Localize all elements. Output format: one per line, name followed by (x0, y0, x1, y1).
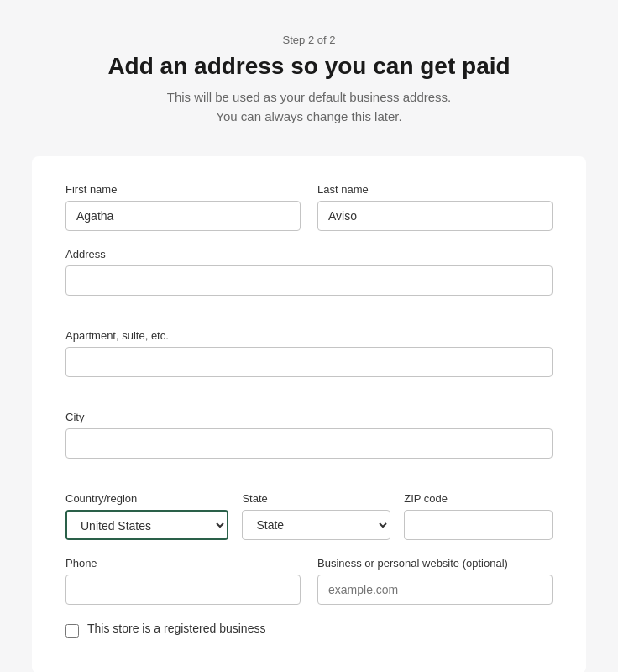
last-name-input[interactable] (317, 201, 553, 231)
zip-label: ZIP code (404, 492, 553, 505)
phone-label: Phone (65, 557, 301, 570)
apartment-input[interactable] (65, 347, 553, 377)
registered-business-checkbox[interactable] (65, 624, 79, 638)
page-subtitle: This will be used as your default busine… (167, 88, 452, 126)
country-select[interactable]: United States Canada United Kingdom Aust… (65, 510, 228, 540)
state-label: State (242, 492, 390, 505)
address-input[interactable] (65, 265, 553, 296)
website-input[interactable] (317, 575, 553, 605)
website-label: Business or personal website (optional) (317, 557, 553, 570)
page-title: Add an address so you can get paid (107, 53, 510, 80)
city-input[interactable] (65, 428, 553, 459)
address-label: Address (65, 248, 553, 260)
country-label: Country/region (65, 492, 228, 505)
apartment-label: Apartment, suite, etc. (65, 329, 553, 342)
state-select[interactable]: State Alabama Alaska Arizona California … (242, 510, 390, 540)
zip-input[interactable] (404, 510, 553, 540)
first-name-input[interactable] (65, 201, 301, 231)
first-name-label: First name (65, 183, 301, 196)
last-name-label: Last name (317, 183, 553, 196)
address-form: First name Last name Address Apartment, … (32, 156, 586, 672)
registered-business-label: This store is a registered business (87, 622, 265, 635)
phone-input[interactable] (65, 575, 301, 605)
city-label: City (65, 411, 553, 423)
step-label: Step 2 of 2 (283, 34, 336, 46)
